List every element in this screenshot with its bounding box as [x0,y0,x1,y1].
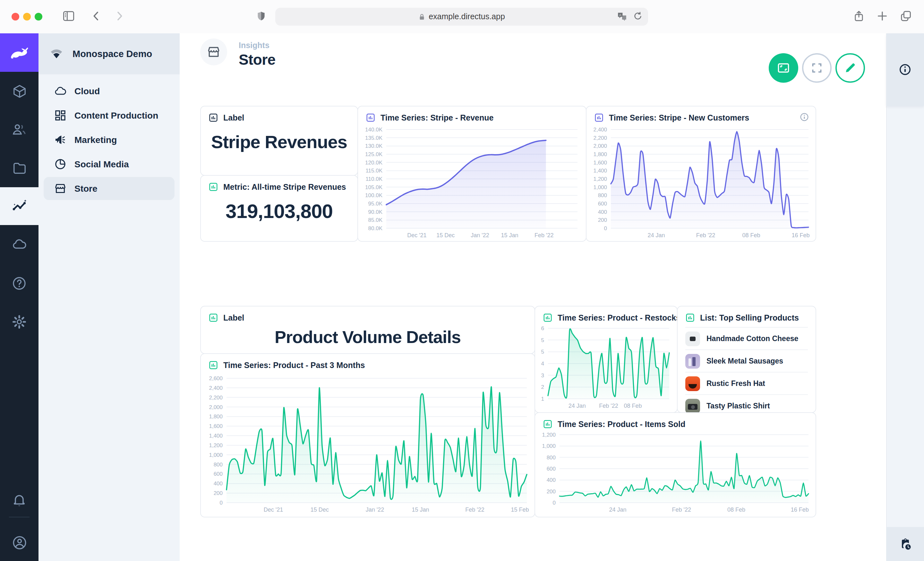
svg-text:16 Feb: 16 Feb [791,507,809,513]
svg-text:2,200: 2,200 [593,135,607,141]
new-tab-icon[interactable] [876,10,889,25]
panel-title: Label [223,313,244,322]
svg-text:1,600: 1,600 [209,423,223,429]
panel-metric: Metric: All-time Stripe Revenues 319,103… [200,175,358,242]
share-icon[interactable] [853,9,865,25]
svg-text:Dec '21: Dec '21 [407,232,426,238]
forward-button-icon[interactable] [113,10,126,25]
people-icon [12,122,27,137]
project-name: Monospace Demo [72,49,152,59]
list-item[interactable]: Rustic Fresh Hat [685,372,808,394]
page-icon-badge[interactable] [200,39,227,66]
zoom-window-button[interactable] [34,13,42,21]
directus-logo[interactable] [0,33,39,72]
svg-text:1,000: 1,000 [209,452,223,458]
svg-text:1,400: 1,400 [209,433,223,439]
close-window-button[interactable] [12,13,19,21]
svg-text:600: 600 [214,471,223,477]
sidebar-item-social-media[interactable]: Social Media [44,153,174,176]
label-text: Stripe Revenues [201,132,357,153]
storefront-icon [207,45,221,59]
reload-icon[interactable] [633,11,643,24]
list-item[interactable]: Handmade Cotton Cheese [685,327,808,349]
svg-text:08 Feb: 08 Feb [624,402,642,409]
project-header[interactable]: Monospace Demo [39,33,180,74]
activity-log-button[interactable] [886,527,924,561]
svg-text:15 Jan: 15 Jan [501,232,518,238]
sidebar-item-marketing[interactable]: Marketing [44,128,174,151]
breadcrumb[interactable]: Insights [239,41,270,50]
back-button-icon[interactable] [90,10,103,25]
panel-label-stripe: Label Stripe Revenues [200,106,358,176]
screen: example.directus.app A [0,0,924,561]
svg-text:130.0K: 130.0K [365,143,383,149]
panel-top-selling: List: Top Selling Products Handmade Cott… [677,306,816,413]
label-text: Product Volume Details [201,328,534,347]
svg-text:Feb '22: Feb '22 [672,507,691,513]
notifications-button[interactable] [0,482,39,518]
minimize-window-button[interactable] [23,13,31,21]
svg-text:1,800: 1,800 [209,414,223,420]
svg-text:2: 2 [541,384,544,390]
svg-text:135.0K: 135.0K [365,135,383,141]
translate-icon[interactable]: A [616,11,627,24]
svg-text:6: 6 [541,325,544,332]
lock-icon [418,12,425,21]
tab-overview-icon[interactable] [900,10,912,25]
user-avatar-button[interactable] [0,524,39,560]
svg-text:1: 1 [541,396,544,402]
svg-text:1,200: 1,200 [542,432,556,438]
svg-text:5: 5 [541,349,544,355]
svg-text:1,000: 1,000 [593,184,607,190]
list-item[interactable]: Sleek Metal Sausages [685,349,808,372]
browser-sidebar-toggle-icon[interactable] [62,9,76,25]
svg-text:1,800: 1,800 [593,151,607,157]
insights-icon [11,198,27,214]
svg-text:1,200: 1,200 [209,442,223,449]
svg-text:1,200: 1,200 [593,176,607,182]
panel-info-icon[interactable] [800,112,809,124]
zoom-to-fit-button[interactable] [769,53,798,83]
module-help-button[interactable] [0,265,39,301]
module-files-button[interactable] [0,150,39,186]
sidebar-item-cloud[interactable]: Cloud [44,79,174,103]
svg-text:800: 800 [214,462,223,468]
sidebar-info-button[interactable] [886,33,924,106]
panel-title: List: Top Selling Products [700,313,799,322]
privacy-shield-icon[interactable] [255,10,267,25]
sidebar-item-content-production[interactable]: Content Production [44,104,174,127]
svg-text:0: 0 [604,225,607,232]
fullscreen-button[interactable] [802,53,832,83]
svg-text:400: 400 [547,477,556,483]
module-settings-button[interactable] [0,304,39,340]
rabbit-logo-icon [8,42,30,63]
svg-text:2,000: 2,000 [593,143,607,149]
sidebar-item-store[interactable]: Store [44,177,174,200]
svg-text:120.0K: 120.0K [365,160,383,166]
svg-text:2,000: 2,000 [209,404,223,410]
panel-title: Metric: All-time Stripe Revenues [223,183,346,191]
bar-chart-icon [594,113,604,123]
bar-chart-icon [685,313,695,323]
module-users-button[interactable] [0,112,39,147]
module-insights-button[interactable] [0,187,39,225]
folder-icon [12,161,27,175]
product-name: Tasty Plastic Shirt [706,402,770,410]
fullscreen-icon [810,61,823,74]
svg-text:200: 200 [598,217,607,223]
edit-dashboard-button[interactable] [836,53,865,83]
product-thumbnail [685,398,700,413]
svg-text:110.0K: 110.0K [365,176,382,182]
svg-text:90.0K: 90.0K [368,209,383,215]
svg-text:Feb '22: Feb '22 [696,232,715,238]
cloud-icon [12,236,27,252]
svg-text:A: A [619,13,621,16]
clipboard-clock-icon [898,537,912,551]
address-bar[interactable]: example.directus.app A [275,8,648,25]
module-content-button[interactable] [0,73,39,109]
svg-text:1,000: 1,000 [542,443,556,449]
gear-icon [12,314,27,329]
module-cloud-button[interactable] [0,226,39,262]
panel-title: Time Series: Product - Past 3 Months [223,361,365,370]
dashboard-grid-icon [54,109,67,122]
